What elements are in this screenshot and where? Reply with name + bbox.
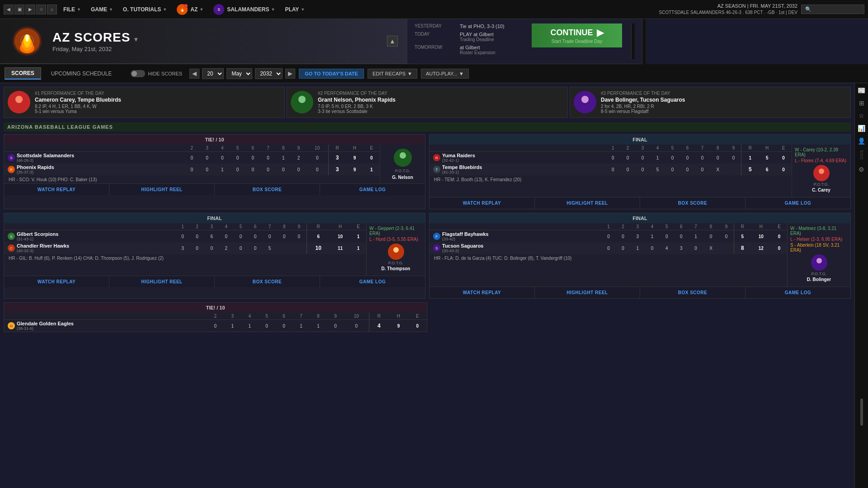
svg-point-5 — [25, 34, 29, 42]
schedule-sidebar: YESTERDAY Tie at PHO, 3-3 (10) TODAY PLA… — [407, 19, 642, 64]
perf-avatar-1 — [8, 91, 30, 113]
svg-point-9 — [298, 96, 306, 103]
highlight-reel-button-3[interactable]: HIGHLIGHT REEL — [109, 276, 215, 287]
highlight-reel-button-1[interactable]: HIGHLIGHT REEL — [109, 184, 215, 195]
game-log-button-4[interactable]: GAME LOG — [745, 287, 850, 298]
sidebar-icon-news[interactable]: 📰 — [858, 87, 865, 94]
table-row: S Gilbert Scorpions (31-43-1) 0 — [4, 230, 366, 243]
home-button[interactable]: ⌂ — [47, 5, 57, 14]
perf-info-2: #2 PERFORMANCE OF THE DAY Grant Nelson, … — [318, 91, 564, 114]
day-select[interactable]: 20 — [202, 68, 224, 79]
table-row: R Phoenix Rapids (35-37-3) 0 0 — [4, 164, 380, 175]
score-table-2: 123 456 789 R HE — [429, 145, 792, 175]
performances-section: #1 PERFORMANCE OF THE DAY Cameron Carey,… — [4, 87, 851, 118]
team-icon: R — [433, 154, 440, 161]
header-title: AZ SCORES ▾ Friday, May 21st, 2032 — [52, 30, 138, 52]
title-dropdown[interactable]: ▾ — [134, 36, 138, 43]
upcoming-schedule-tab[interactable]: UPCOMING SCHEDULE — [45, 68, 118, 79]
back-button[interactable]: ◀ — [4, 5, 14, 14]
year-select[interactable]: 2032 — [255, 68, 283, 79]
watch-replay-button-4[interactable]: WATCH REPLAY — [429, 287, 535, 298]
svg-point-16 — [817, 174, 826, 179]
sidebar-icon-chart[interactable]: 📊 — [858, 125, 865, 132]
game-hr-1: HR - SCO: V. Houk (10) PHO: C. Baker (13… — [4, 175, 380, 183]
game-status-1: TIE! / 10 — [4, 135, 425, 145]
team-icon: F — [433, 233, 440, 240]
game-inner-3: 123 456 789 R HE — [4, 223, 425, 276]
edit-recaps-button[interactable]: EDIT RECAPS ▼ — [368, 69, 417, 79]
box-score-button-1[interactable]: BOX SCORE — [215, 184, 320, 195]
yesterday-entry: YESTERDAY Tie at PHO, 3-3 (10) — [415, 23, 523, 29]
header-collapse: ▲ — [387, 36, 398, 47]
nav-tutorials[interactable]: O. TUTORIALS ▼ — [118, 5, 171, 14]
nav-az[interactable]: 🔥 AZ ▼ — [172, 2, 208, 17]
watch-replay-button-1[interactable]: WATCH REPLAY — [4, 184, 109, 195]
svg-point-7 — [15, 96, 23, 103]
svg-point-18 — [392, 253, 400, 258]
star-button[interactable]: ☆ — [36, 5, 46, 14]
performance-1: #1 PERFORMANCE OF THE DAY Cameron Carey,… — [4, 87, 285, 118]
continue-button[interactable]: CONTINUE ▶ Start Trade Deadline Day — [532, 23, 622, 47]
forward-button[interactable]: ▶ — [25, 5, 35, 14]
team-icon: G — [8, 322, 15, 329]
sidebar-icon-person[interactable]: 👤 — [858, 137, 865, 145]
perf-info-1: #1 PERFORMANCE OF THE DAY Cameron Carey,… — [35, 91, 281, 114]
nav-right: AZ SEASON | FRI. MAY 21ST, 2032 SCOTTSDA… — [659, 3, 864, 16]
box-score-button-3[interactable]: BOX SCORE — [215, 276, 320, 287]
svg-point-15 — [819, 169, 824, 174]
game-inner-2: 123 456 789 R HE — [429, 145, 850, 197]
highlight-reel-button-4[interactable]: HIGHLIGHT REEL — [535, 287, 640, 298]
game-hr-2: HR - TEM: J. Booth (13), K. Fernandez (2… — [429, 175, 792, 183]
collapse-up[interactable]: ▲ — [387, 36, 398, 47]
game-log-button-1[interactable]: GAME LOG — [320, 184, 425, 195]
game-card-2: FINAL 123 456 789 R — [429, 134, 851, 209]
sidebar-icon-star[interactable]: ☆ — [859, 112, 864, 119]
table-row: R Yuma Raiders (32-42-1) 0 0 — [429, 152, 792, 164]
watch-replay-button-2[interactable]: WATCH REPLAY — [429, 197, 535, 209]
scores-tab[interactable]: SCORES — [5, 67, 41, 80]
sidebar-icon-grid[interactable]: ⊞ — [859, 99, 864, 107]
window-restore[interactable]: ▣ — [14, 5, 24, 14]
table-row: G Glendale Golden Eagles (38-31-6) 0 1 1… — [4, 320, 427, 332]
toggle-knob — [132, 71, 137, 76]
table-row: S Scottsdale Salamanders (46-26-3) 0 — [4, 152, 380, 164]
go-to-today-button[interactable]: GO TO TODAY'S DATE — [299, 69, 364, 79]
toggle-switch[interactable] — [131, 70, 145, 77]
game-log-button-2[interactable]: GAME LOG — [745, 197, 850, 209]
perf-info-3: #3 PERFORMANCE OF THE DAY Dave Bolinger,… — [601, 91, 847, 114]
pitcher-info-4: W - Martinez (3-8, 3.21 ERA) L - Helser … — [790, 226, 848, 253]
sidebar-icon-soc[interactable]: SOC — [859, 150, 864, 160]
watch-replay-button-3[interactable]: WATCH REPLAY — [4, 276, 109, 287]
game-inner-4: 123 456 789 R HE — [429, 223, 850, 286]
next-date-btn[interactable]: ▶ — [285, 69, 295, 79]
game-inner-1: 234 567 8910 R HE — [4, 145, 425, 183]
game-log-button-3[interactable]: GAME LOG — [320, 276, 425, 287]
month-select[interactable]: May — [226, 68, 252, 79]
team-icon: R — [8, 166, 15, 173]
scores-bar: SCORES UPCOMING SCHEDULE HIDE SCORES ◀ 2… — [0, 64, 868, 83]
table-row: T Tempe Bluebirds (41-33-1) 0 — [429, 164, 792, 175]
box-score-button-2[interactable]: BOX SCORE — [640, 197, 745, 209]
nav-file[interactable]: FILE ▼ — [59, 5, 85, 14]
team-icon: C — [8, 244, 15, 252]
prev-date-btn[interactable]: ◀ — [189, 69, 199, 79]
team-icon: S — [8, 233, 15, 240]
box-score-button-4[interactable]: BOX SCORE — [640, 287, 745, 298]
search-box[interactable]: 🔍 — [801, 5, 864, 14]
chevron-icon: ▼ — [109, 7, 113, 12]
today-entry: TODAY PLAY at Gilbert Trading Deadline — [415, 32, 523, 42]
nav-play[interactable]: PLAY ▼ — [280, 5, 309, 14]
team-icon: S — [8, 154, 15, 161]
nav-game[interactable]: GAME ▼ — [86, 5, 118, 14]
nav-team[interactable]: S SALAMANDERS ▼ — [209, 2, 279, 17]
sidebar-icon-settings[interactable]: ⚙ — [859, 166, 864, 173]
highlight-reel-button-2[interactable]: HIGHLIGHT REEL — [535, 197, 640, 209]
game-hr-4: HR - FLA: D. de la Garza (4) TUC: D. Bol… — [429, 254, 787, 262]
table-row: C Chandler River Hawks (40-32-3) 3 — [4, 242, 366, 254]
autoplay-button[interactable]: AUTO-PLAY... ▼ — [421, 69, 469, 79]
notification-badge — [184, 4, 188, 8]
game-status-3: FINAL — [4, 213, 425, 223]
season-info: AZ SEASON | FRI. MAY 21ST, 2032 SCOTTSDA… — [659, 3, 797, 16]
performance-2: #2 PERFORMANCE OF THE DAY Grant Nelson, … — [287, 87, 568, 118]
pitcher-info-3: W - Geppert (2-3, 6.41 ERA) L - Hurd (3-… — [369, 226, 422, 242]
